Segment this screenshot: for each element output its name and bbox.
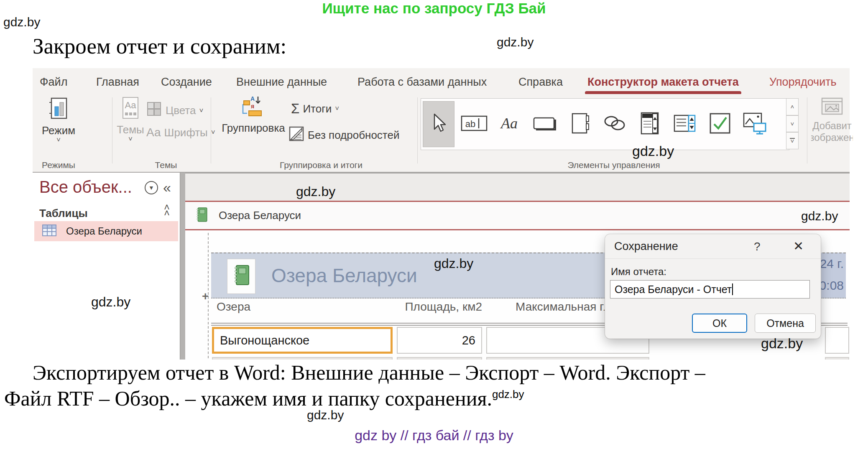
navigation-pane: Все объек... ▼ « Таблицы ˄˄ Озера Белару… — [33, 173, 180, 360]
watermark: gdz.by — [761, 335, 803, 352]
watermark: gdz.by — [497, 35, 534, 49]
help-icon[interactable]: ? — [754, 240, 761, 253]
nav-shutter-button[interactable]: « — [163, 179, 171, 196]
document-top-strip — [185, 173, 850, 201]
text-caret — [732, 283, 733, 295]
table-icon — [34, 224, 57, 238]
layout-move-handle[interactable]: + — [202, 290, 209, 303]
close-icon[interactable]: ✕ — [793, 239, 804, 253]
ribbon-separator — [417, 97, 418, 163]
chevron-down-icon: ˅ — [791, 120, 794, 128]
label-control[interactable]: Aa — [494, 102, 525, 147]
screenshot-root: Ищите нас по запросу ГДЗ Бай Закроем отч… — [0, 0, 868, 449]
themes-icon: Aa — [120, 97, 140, 122]
collapse-section-button[interactable]: ˄˄ — [164, 204, 169, 216]
cell-lake-area[interactable]: 26 — [397, 327, 482, 354]
chevron-more-icon: ˅ — [790, 138, 795, 144]
grouping-group-caption: Группировка и итоги — [233, 160, 409, 170]
colors-button[interactable]: Цвета ˅ — [146, 102, 203, 120]
report-name-label: Имя отчета: — [611, 266, 666, 278]
fonts-icon: Аа — [146, 126, 161, 139]
themes-button-label: Темы — [117, 123, 144, 136]
themes-button[interactable]: Aa Темы ˅ — [118, 97, 143, 142]
tab-file[interactable]: Файл — [40, 76, 67, 89]
svg-text:ab: ab — [465, 119, 475, 129]
hyperlink-control[interactable] — [599, 102, 630, 147]
dialog-divider — [605, 258, 821, 259]
totals-button[interactable]: Σ Итоги ˅ — [291, 101, 339, 117]
report-title[interactable]: Озера Беларуси — [271, 253, 417, 298]
nav-menu-button[interactable]: ▼ — [145, 181, 158, 194]
combobox-control[interactable] — [634, 102, 665, 147]
tab-external-data[interactable]: Внешние данные — [236, 76, 327, 89]
hide-details-icon — [288, 126, 304, 145]
chevron-down-icon: ˅ — [128, 136, 133, 142]
chevron-down-icon: ˅ — [199, 108, 203, 114]
tab-database-tools[interactable]: Работа с базами данных — [357, 76, 487, 89]
next-row-cell — [825, 357, 849, 360]
combobox-icon — [639, 111, 660, 137]
web-browser-control[interactable] — [740, 102, 771, 147]
tab-help[interactable]: Справка — [518, 76, 563, 89]
page-title: Закроем отчет и сохраним: — [33, 33, 286, 59]
watermark: gdz.by — [632, 143, 674, 159]
tab-report-layout-design[interactable]: Конструктор макета отчета — [587, 76, 739, 89]
checkbox-control[interactable] — [705, 102, 735, 147]
document-tab-label[interactable]: Озера Беларуси — [219, 209, 301, 222]
cell-fragment[interactable] — [825, 327, 849, 354]
tab-arrange[interactable]: Упорядочить — [769, 76, 837, 89]
add-image-button[interactable]: Добавит изображени — [811, 97, 853, 143]
footer-line-1: Экспортируем отчет в Word: Внешние данны… — [33, 360, 705, 385]
chevron-up-icon: ˄ — [791, 103, 794, 110]
hide-details-button[interactable]: Без подробностей — [288, 126, 399, 145]
gallery-scroll-up[interactable]: ˄ — [786, 98, 799, 115]
textbox-control[interactable]: ab — [459, 102, 490, 147]
add-image-label-2: изображени — [811, 132, 853, 143]
views-group-caption: Режимы — [38, 160, 79, 170]
footer-line-2-watermark: gdz.by — [492, 388, 524, 401]
watermark: gdz.by — [434, 256, 473, 271]
totals-button-label: Итоги — [303, 102, 332, 115]
triangle-down-icon: ▼ — [148, 184, 154, 191]
ribbon-separator — [211, 97, 211, 163]
tab-home[interactable]: Главная — [96, 76, 139, 89]
label-icon: Aa — [498, 114, 521, 135]
report-name-input[interactable]: Озера Беларуси - Отчет — [610, 280, 810, 298]
column-header-area[interactable]: Площадь, км2 — [311, 300, 482, 314]
cancel-button[interactable]: Отмена — [755, 314, 816, 333]
view-button[interactable]: Режим ˅ — [38, 97, 79, 143]
dialog-title: Сохранение — [614, 240, 678, 253]
colors-icon — [146, 102, 162, 120]
double-up-chevron-icon: ˄˄ — [164, 202, 169, 219]
button-control[interactable] — [529, 102, 560, 147]
svg-text:А: А — [250, 95, 255, 102]
nav-pane-title: Все объек... — [39, 178, 132, 196]
sigma-icon: Σ — [291, 101, 299, 117]
listbox-control[interactable] — [669, 102, 700, 147]
watermark: gdz.by — [3, 15, 40, 29]
nav-section-tables[interactable]: Таблицы — [39, 207, 88, 220]
gallery-more-button[interactable]: ˅ — [786, 132, 799, 149]
tab-control[interactable] — [564, 102, 595, 147]
group-sort-button[interactable]: Ая Группировка — [219, 95, 288, 135]
report-logo-box[interactable] — [227, 259, 255, 294]
watermark: gdz.by — [296, 184, 335, 199]
gallery-scroll-down[interactable]: ˅ — [786, 115, 799, 133]
report-name-value: Озера Беларуси - Отчет — [615, 283, 732, 296]
fonts-button[interactable]: Аа Шрифты ˅ — [146, 126, 215, 139]
nav-item-lakes-table[interactable]: Озера Беларуси — [34, 221, 178, 241]
tab-create[interactable]: Создание — [161, 76, 212, 89]
next-row-cell — [397, 357, 482, 360]
chevron-down-icon: ˅ — [56, 137, 61, 143]
chevron-down-icon: ˅ — [211, 130, 215, 135]
select-tool[interactable] — [423, 101, 454, 147]
ribbon: Режим ˅ Режимы Aa Темы ˅ Цвета ˅ — [33, 94, 850, 173]
cell-lake-name[interactable]: Выгонощанское — [212, 327, 393, 354]
ok-button[interactable]: ОК — [692, 314, 747, 333]
textbox-icon: ab — [460, 114, 488, 134]
nav-item-label: Озера Беларуси — [66, 225, 142, 237]
controls-group-caption: Элементы управления — [526, 160, 702, 170]
column-header-lake[interactable]: Озера — [217, 300, 250, 314]
svg-text:Aa: Aa — [125, 100, 137, 110]
document-tab-bar: Озера Беларуси — [185, 201, 850, 230]
